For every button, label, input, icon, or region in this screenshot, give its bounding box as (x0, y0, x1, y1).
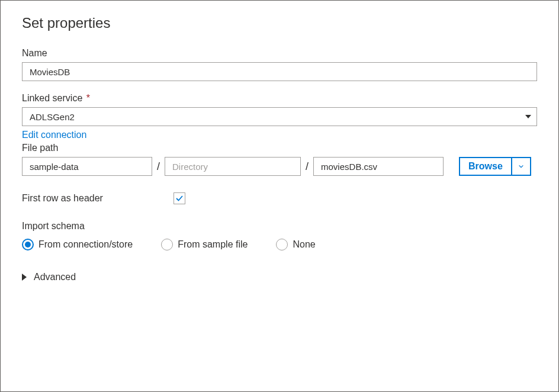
browse-button[interactable]: Browse (459, 157, 512, 176)
checkmark-icon (175, 194, 184, 203)
radio-circle-icon (161, 239, 173, 250)
file-path-container-input[interactable] (22, 157, 152, 176)
radio-label-none: None (293, 239, 315, 250)
path-separator: / (306, 160, 309, 173)
name-field-group: Name (22, 48, 537, 81)
triangle-right-icon (22, 274, 27, 281)
radio-label-sample: From sample file (178, 239, 248, 250)
browse-dropdown-button[interactable] (512, 157, 531, 176)
import-schema-label: Import schema (22, 221, 537, 232)
first-row-header-checkbox[interactable] (174, 192, 185, 204)
file-path-file-input[interactable] (313, 157, 444, 176)
name-label: Name (22, 48, 537, 59)
radio-from-connection[interactable]: From connection/store (22, 239, 133, 250)
chevron-down-icon (518, 163, 524, 169)
name-input[interactable] (22, 62, 537, 81)
file-path-label: File path (22, 143, 537, 153)
browse-button-group: Browse (459, 157, 531, 176)
page-title: Set properties (22, 15, 537, 31)
radio-none[interactable]: None (276, 239, 315, 250)
linked-service-group: Linked service * Edit connection File pa… (22, 93, 537, 176)
import-schema-group: Import schema From connection/store From… (22, 221, 537, 250)
radio-label-connection: From connection/store (38, 239, 133, 250)
path-separator: / (157, 160, 160, 173)
linked-service-label: Linked service * (22, 93, 537, 104)
linked-service-select[interactable] (22, 107, 537, 126)
file-path-directory-input[interactable] (165, 157, 301, 176)
radio-circle-icon (22, 239, 34, 250)
first-row-header-label: First row as header (22, 193, 174, 204)
first-row-header-row: First row as header (22, 192, 537, 204)
radio-from-sample[interactable]: From sample file (161, 239, 248, 250)
radio-dot-icon (25, 242, 31, 248)
radio-circle-icon (276, 239, 288, 250)
properties-panel: Set properties Name Linked service * Edi… (0, 0, 559, 392)
advanced-toggle[interactable]: Advanced (22, 272, 537, 282)
edit-connection-link[interactable]: Edit connection (22, 130, 86, 140)
advanced-label: Advanced (34, 272, 76, 282)
required-indicator: * (86, 93, 90, 103)
import-schema-radio-group: From connection/store From sample file N… (22, 239, 537, 250)
linked-service-select-wrapper (22, 107, 537, 126)
file-path-row: / / Browse (22, 157, 537, 176)
